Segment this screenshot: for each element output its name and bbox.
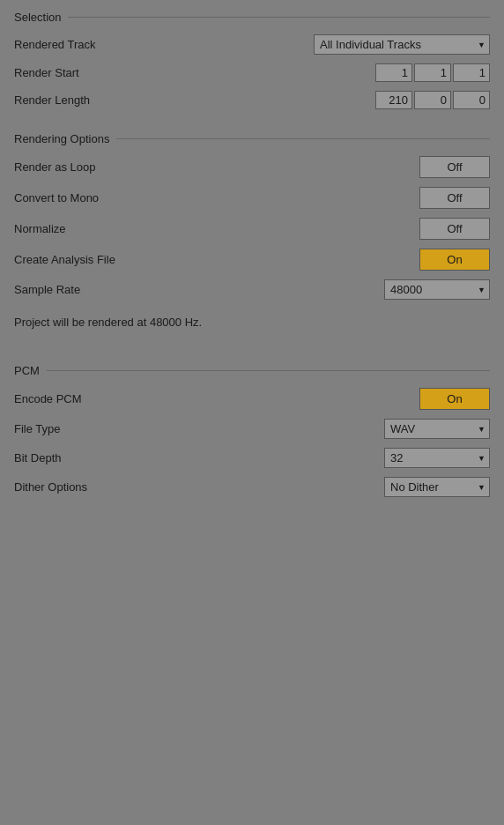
encode-pcm-row: Encode PCM On (14, 388, 490, 410)
pcm-header-line (47, 370, 490, 371)
sample-rate-select[interactable]: 44100 48000 88200 96000 192000 (384, 279, 490, 300)
rendering-options-header: Rendering Options (14, 132, 490, 145)
normalize-label: Normalize (14, 222, 66, 235)
rendered-track-row: Rendered Track All Individual Tracks Mas… (14, 34, 490, 55)
info-spacer (14, 308, 490, 316)
render-as-loop-row: Render as Loop Off (14, 156, 490, 178)
file-type-select[interactable]: WAV AIFF FLAC MP3 (384, 419, 490, 439)
spacer-1 (14, 118, 490, 132)
create-analysis-file-toggle[interactable]: On (419, 249, 490, 271)
pcm-section-header: PCM (14, 364, 490, 377)
create-analysis-file-label: Create Analysis File (14, 253, 115, 266)
create-analysis-file-row: Create Analysis File On (14, 249, 490, 271)
rendered-track-control: All Individual Tracks Master Track 1 Tra… (314, 34, 490, 55)
bit-depth-dropdown-wrapper: 16 24 32 (384, 448, 490, 468)
selection-section: Selection Rendered Track All Individual … (14, 11, 490, 109)
render-as-loop-control: Off (419, 156, 490, 178)
file-type-dropdown-wrapper: WAV AIFF FLAC MP3 (384, 419, 490, 439)
render-length-input-2[interactable] (414, 91, 451, 109)
selection-header-line (68, 17, 490, 18)
render-as-loop-toggle[interactable]: Off (419, 156, 490, 178)
normalize-toggle[interactable]: Off (419, 218, 490, 240)
encode-pcm-label: Encode PCM (14, 392, 82, 405)
sample-rate-control: 44100 48000 88200 96000 192000 (384, 279, 490, 300)
render-start-input-2[interactable] (414, 63, 451, 82)
dither-options-select[interactable]: No Dither POW-r 1 POW-r 2 POW-r 3 (384, 477, 490, 497)
rendered-track-select[interactable]: All Individual Tracks Master Track 1 Tra… (314, 34, 490, 55)
bit-depth-label: Bit Depth (14, 451, 61, 465)
rendering-options-header-line (116, 138, 490, 139)
rendered-track-dropdown-wrapper: All Individual Tracks Master Track 1 Tra… (314, 34, 490, 55)
encode-pcm-toggle[interactable]: On (419, 388, 490, 410)
render-start-input-3[interactable] (453, 63, 490, 82)
pcm-header-label: PCM (14, 364, 40, 377)
sample-rate-label: Sample Rate (14, 283, 80, 296)
rendering-options-section: Rendering Options Render as Loop Off Con… (14, 132, 490, 329)
spacer-2 (14, 336, 490, 350)
render-start-label: Render Start (14, 66, 79, 79)
render-length-label: Render Length (14, 93, 90, 107)
create-analysis-file-control: On (419, 249, 490, 271)
pcm-section: PCM Encode PCM On File Type WAV AIFF FLA… (14, 364, 490, 497)
sample-rate-dropdown-wrapper: 44100 48000 88200 96000 192000 (384, 279, 490, 300)
render-length-control (375, 91, 490, 109)
file-type-row: File Type WAV AIFF FLAC MP3 (14, 419, 490, 439)
rendering-options-header-label: Rendering Options (14, 132, 109, 145)
rendered-track-label: Rendered Track (14, 38, 96, 51)
convert-to-mono-row: Convert to Mono Off (14, 187, 490, 209)
selection-section-header: Selection (14, 11, 490, 24)
render-start-control (375, 63, 490, 82)
bit-depth-control: 16 24 32 (384, 448, 490, 468)
dither-options-control: No Dither POW-r 1 POW-r 2 POW-r 3 (384, 477, 490, 497)
file-type-label: File Type (14, 422, 61, 435)
page-container: Selection Rendered Track All Individual … (0, 0, 504, 517)
normalize-control: Off (419, 218, 490, 240)
dither-options-dropdown-wrapper: No Dither POW-r 1 POW-r 2 POW-r 3 (384, 477, 490, 497)
bit-depth-row: Bit Depth 16 24 32 (14, 448, 490, 468)
encode-pcm-control: On (419, 388, 490, 410)
render-length-input-3[interactable] (453, 91, 490, 109)
sample-rate-info: Project will be rendered at 48000 Hz. (14, 316, 490, 329)
render-start-row: Render Start (14, 63, 490, 82)
render-length-row: Render Length (14, 91, 490, 109)
selection-header-label: Selection (14, 11, 61, 24)
bit-depth-select[interactable]: 16 24 32 (384, 448, 490, 468)
render-start-input-1[interactable] (375, 63, 412, 82)
spacer-3 (14, 350, 490, 364)
sample-rate-row: Sample Rate 44100 48000 88200 96000 1920… (14, 279, 490, 300)
convert-to-mono-label: Convert to Mono (14, 191, 99, 204)
render-as-loop-label: Render as Loop (14, 160, 96, 174)
convert-to-mono-toggle[interactable]: Off (419, 187, 490, 209)
dither-options-label: Dither Options (14, 480, 87, 494)
dither-options-row: Dither Options No Dither POW-r 1 POW-r 2… (14, 477, 490, 497)
render-length-input-1[interactable] (375, 91, 412, 109)
normalize-row: Normalize Off (14, 218, 490, 240)
convert-to-mono-control: Off (419, 187, 490, 209)
file-type-control: WAV AIFF FLAC MP3 (384, 419, 490, 439)
